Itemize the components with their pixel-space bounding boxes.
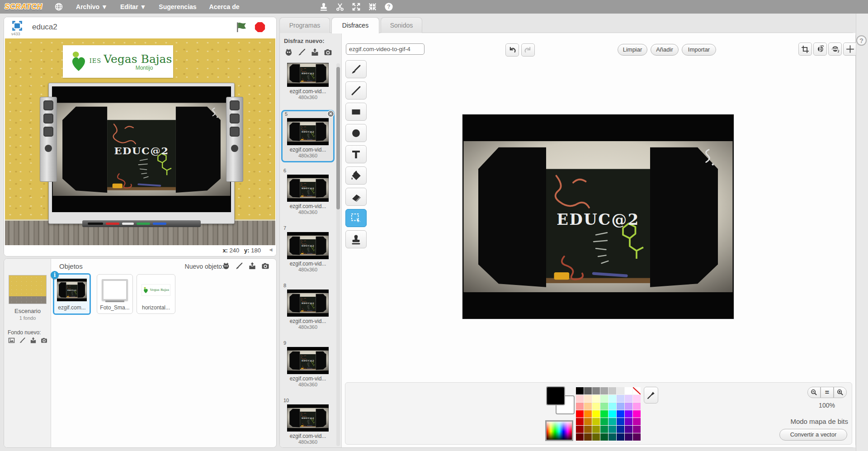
palette-color[interactable] bbox=[592, 410, 600, 418]
block-help-icon[interactable] bbox=[384, 2, 394, 12]
tool-text-button[interactable] bbox=[345, 145, 367, 163]
palette-color[interactable] bbox=[625, 403, 632, 410]
green-flag-icon[interactable] bbox=[235, 21, 248, 33]
duplicate-stamp-icon[interactable] bbox=[319, 2, 329, 12]
language-globe-icon[interactable] bbox=[54, 2, 63, 11]
menu-item-archivo[interactable]: Archivo ▼ bbox=[76, 3, 108, 10]
upload-backdrop-icon[interactable] bbox=[29, 337, 37, 344]
undo-icon[interactable] bbox=[505, 43, 519, 57]
costume-library-icon[interactable] bbox=[284, 47, 293, 57]
palette-color[interactable] bbox=[576, 395, 584, 402]
add-button[interactable]: Añadir bbox=[651, 44, 679, 56]
paint-costume-icon[interactable] bbox=[297, 47, 307, 57]
tab-sonidos[interactable]: Sonidos bbox=[381, 17, 422, 33]
flip-vertical-icon[interactable] bbox=[828, 43, 842, 56]
zoom-out-icon[interactable] bbox=[807, 387, 821, 398]
eyedropper-icon[interactable] bbox=[644, 387, 658, 404]
foreground-color-swatch[interactable] bbox=[546, 386, 565, 405]
palette-color[interactable] bbox=[584, 403, 592, 410]
palette-color[interactable] bbox=[592, 395, 600, 402]
palette-color[interactable] bbox=[609, 418, 616, 425]
palette-color[interactable] bbox=[617, 410, 624, 418]
costume-item[interactable]: 7ezgif.com-vid...480x360 bbox=[281, 225, 335, 277]
sprite-library-icon[interactable] bbox=[222, 261, 231, 271]
palette-color[interactable] bbox=[617, 433, 624, 441]
palette-color[interactable] bbox=[584, 387, 592, 394]
tab-programas[interactable]: Programas bbox=[279, 17, 330, 33]
zoom-reset-button[interactable]: = bbox=[821, 387, 834, 398]
menu-item-sugerencias[interactable]: Sugerencias bbox=[159, 3, 196, 10]
palette-color[interactable] bbox=[617, 426, 624, 433]
zoom-in-icon[interactable] bbox=[834, 387, 847, 398]
tool-fill-button[interactable] bbox=[345, 166, 367, 185]
palette-color[interactable] bbox=[600, 403, 608, 410]
palette-color[interactable] bbox=[584, 410, 592, 418]
help-icon[interactable]: ? bbox=[856, 35, 867, 46]
palette-color[interactable] bbox=[609, 395, 616, 402]
camera-sprite-icon[interactable] bbox=[261, 261, 270, 271]
costume-item[interactable]: 8ezgif.com-vid...480x360 bbox=[281, 282, 335, 335]
palette-color[interactable] bbox=[592, 433, 600, 441]
palette-color[interactable] bbox=[633, 403, 641, 410]
clear-button[interactable]: Limpiar bbox=[618, 44, 647, 56]
tool-line-button[interactable] bbox=[345, 81, 367, 100]
palette-color[interactable] bbox=[609, 426, 616, 433]
grow-icon[interactable] bbox=[351, 2, 361, 12]
rainbow-gradient-picker[interactable] bbox=[545, 420, 573, 441]
sprite-card-horizontal[interactable]: Vegas Bajas horizontal... bbox=[137, 274, 175, 314]
convert-to-vector-button[interactable]: Convertir a vector bbox=[779, 429, 847, 441]
tool-rectangle-button[interactable] bbox=[345, 103, 367, 121]
sprite-card-ezgif[interactable]: i ezgif.com... bbox=[53, 273, 91, 315]
palette-color[interactable] bbox=[617, 387, 624, 394]
palette-color[interactable] bbox=[609, 387, 616, 394]
palette-color[interactable] bbox=[600, 418, 608, 425]
tool-select-button[interactable] bbox=[345, 209, 367, 227]
menu-item-acerca-de[interactable]: Acerca de bbox=[209, 3, 240, 10]
palette-color[interactable] bbox=[584, 426, 592, 433]
upload-sprite-icon[interactable] bbox=[248, 261, 257, 271]
palette-color[interactable] bbox=[633, 387, 641, 394]
import-button[interactable]: Importar bbox=[682, 44, 716, 56]
crop-icon[interactable] bbox=[798, 43, 812, 56]
palette-color[interactable] bbox=[600, 426, 608, 433]
backdrop-library-icon[interactable] bbox=[8, 337, 15, 344]
palette-color[interactable] bbox=[633, 433, 641, 441]
flip-horizontal-icon[interactable] bbox=[813, 43, 827, 56]
palette-color[interactable] bbox=[625, 418, 632, 425]
costume-scrollbar-thumb[interactable] bbox=[336, 67, 340, 209]
tool-stamp-button[interactable] bbox=[345, 230, 367, 248]
school-banner-sprite[interactable]: IES Vegas Bajas Montijo bbox=[63, 45, 173, 78]
stage-backdrop[interactable]: IES Vegas Bajas Montijo bbox=[5, 38, 275, 246]
camera-backdrop-icon[interactable] bbox=[40, 337, 48, 344]
tool-ellipse-button[interactable] bbox=[345, 124, 367, 142]
palette-color[interactable] bbox=[576, 418, 584, 425]
redo-icon[interactable] bbox=[521, 43, 535, 57]
costume-item[interactable]: 10ezgif.com-vid...480x360 bbox=[281, 397, 335, 450]
project-title[interactable]: educa2 bbox=[32, 23, 57, 32]
palette-color[interactable] bbox=[633, 410, 641, 418]
palette-color[interactable] bbox=[576, 403, 584, 410]
delete-scissors-icon[interactable] bbox=[335, 2, 345, 12]
costume-item[interactable]: 5ezgif.com-vid...480x360 bbox=[281, 110, 335, 162]
palette-color[interactable] bbox=[592, 426, 600, 433]
paint-backdrop-icon[interactable] bbox=[19, 337, 26, 344]
upload-costume-icon[interactable] bbox=[310, 47, 320, 57]
costume-item[interactable]: 6ezgif.com-vid...480x360 bbox=[281, 167, 335, 220]
shrink-icon[interactable] bbox=[368, 2, 377, 12]
palette-color[interactable] bbox=[617, 395, 624, 402]
palette-color[interactable] bbox=[609, 403, 616, 410]
palette-color[interactable] bbox=[600, 395, 608, 402]
set-costume-center-icon[interactable] bbox=[843, 43, 857, 56]
palette-color[interactable] bbox=[633, 418, 641, 425]
camera-costume-icon[interactable] bbox=[323, 47, 333, 57]
costume-name-input[interactable] bbox=[346, 43, 425, 55]
palette-color[interactable] bbox=[625, 433, 632, 441]
tool-eraser-button[interactable] bbox=[345, 188, 367, 206]
collapse-stage-icon[interactable]: ◄ bbox=[267, 247, 274, 255]
palette-color[interactable] bbox=[584, 395, 592, 402]
palette-color[interactable] bbox=[576, 387, 584, 394]
palette-color[interactable] bbox=[592, 387, 600, 394]
palette-color[interactable] bbox=[600, 410, 608, 418]
stop-icon[interactable] bbox=[254, 21, 266, 33]
sprite-card-foto-sma[interactable]: Foto_Sma... bbox=[97, 274, 133, 314]
